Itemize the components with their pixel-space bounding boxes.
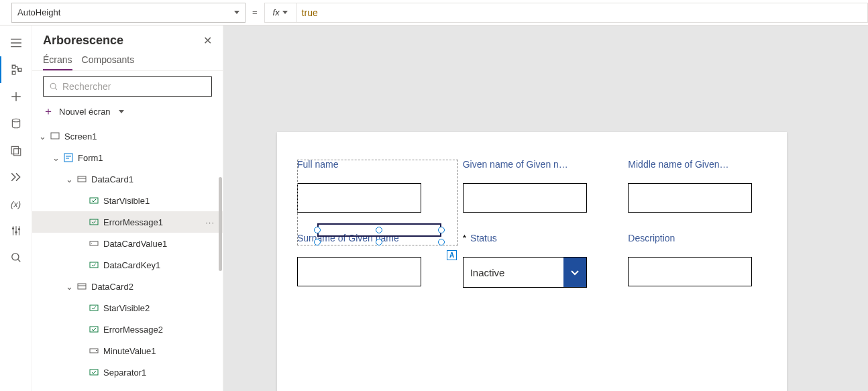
tree-node-control[interactable]: MinuteValue1 (32, 340, 223, 361)
close-icon[interactable]: ✕ (203, 34, 212, 47)
label-icon (89, 367, 99, 378)
tree-node-datacard[interactable]: ⌄ DataCard2 (32, 276, 223, 297)
status-label-text: Status (470, 233, 497, 243)
media-icon[interactable] (0, 137, 32, 164)
tree-label: DataCard1 (91, 174, 133, 184)
accessibility-badge[interactable]: A (447, 250, 457, 260)
svg-point-7 (50, 83, 56, 89)
tree-label: MinuteValue1 (103, 346, 156, 356)
tab-components[interactable]: Composants (82, 54, 135, 70)
data-icon[interactable] (0, 110, 32, 137)
fx-button[interactable]: fx (264, 3, 296, 23)
svg-rect-15 (78, 284, 86, 289)
resize-handle[interactable] (376, 239, 382, 245)
select-status[interactable]: Inactive (463, 257, 587, 288)
svg-rect-16 (90, 305, 98, 311)
new-screen-label: Nouvel écran (59, 107, 111, 117)
panel-title: Arborescence (43, 34, 123, 48)
chevron-down-icon: ⌄ (66, 282, 72, 292)
tree-node-form[interactable]: ⌄ Form1 (32, 147, 223, 168)
card-status[interactable]: *Status Inactive (463, 233, 602, 288)
new-screen-button[interactable]: ＋ Nouvel écran (32, 102, 223, 125)
canvas-area[interactable]: Carte : FullName Full name Given name of… (223, 25, 868, 391)
hamburger-icon[interactable] (0, 30, 32, 56)
textinput-icon (89, 238, 99, 249)
formula-value: true (302, 7, 318, 18)
label-givenname: Given name of Given n… (463, 159, 602, 170)
resize-handle[interactable] (438, 239, 445, 245)
input-givenname[interactable] (463, 183, 587, 213)
tab-screens[interactable]: Écrans (43, 54, 72, 70)
tree-node-control[interactable]: Separator1 (32, 361, 223, 383)
insert-icon[interactable] (0, 83, 32, 110)
input-surname[interactable] (297, 257, 421, 286)
tree-label: DataCardValue1 (103, 239, 167, 249)
chevron-down-icon (234, 11, 239, 14)
resize-handle[interactable] (314, 239, 321, 245)
formula-input[interactable]: true (296, 3, 868, 23)
more-icon[interactable]: ··· (205, 217, 215, 227)
tree-label: DataCardKey1 (103, 260, 160, 270)
tree-label: ErrorMessage2 (103, 325, 163, 335)
tree-label: Form1 (78, 153, 103, 163)
svg-rect-13 (90, 241, 98, 245)
tree-node-control[interactable]: StarVisible2 (32, 297, 223, 319)
search-icon[interactable] (0, 244, 32, 271)
label-icon (89, 302, 99, 313)
variables-icon[interactable]: (x) (0, 190, 32, 217)
search-placeholder: Rechercher (62, 81, 111, 92)
tree-node-control[interactable]: DataCardValue1 (32, 233, 223, 254)
search-input[interactable]: Rechercher (43, 76, 212, 97)
svg-point-4 (15, 231, 17, 233)
label-middlename: Middle name of Given… (628, 159, 767, 170)
card-description[interactable]: Description (628, 233, 767, 288)
property-selector[interactable]: AutoHeight (11, 3, 246, 23)
svg-point-0 (12, 119, 19, 122)
property-selector-value: AutoHeight (17, 7, 60, 17)
card-givenname[interactable]: Given name of Given n… (463, 159, 602, 213)
chevron-down-icon (119, 110, 124, 113)
resize-handle[interactable] (438, 227, 445, 233)
tree-node-errormessage1[interactable]: ErrorMessage1 ··· (32, 211, 223, 233)
label-icon (89, 217, 99, 227)
chevron-down-icon: ⌄ (66, 174, 72, 184)
tree-node-screen[interactable]: ⌄ Screen1 (32, 125, 223, 147)
status-value: Inactive (464, 258, 563, 287)
input-middlename[interactable] (628, 183, 752, 213)
tree-node-control[interactable]: StarVisible1 (32, 190, 223, 211)
left-rail: (x) (0, 25, 32, 391)
tree-node-control[interactable]: ErrorMessage2 (32, 319, 223, 340)
search-icon (49, 82, 58, 91)
tree-view-icon[interactable] (0, 56, 32, 83)
tree-label: Screen1 (64, 131, 97, 142)
resize-handle[interactable] (376, 227, 382, 233)
input-description[interactable] (628, 257, 752, 286)
scrollbar[interactable] (219, 177, 222, 271)
tree-node-datacard[interactable]: ⌄ DataCard1 (32, 168, 223, 190)
required-star: * (463, 233, 466, 243)
svg-point-6 (11, 254, 18, 260)
chevron-down-icon: ⌄ (52, 153, 59, 163)
svg-rect-12 (90, 219, 98, 225)
tree-label: DataCard2 (91, 282, 133, 292)
card-middlename[interactable]: Middle name of Given… (628, 159, 767, 213)
label-icon (89, 195, 99, 206)
svg-rect-9 (64, 154, 72, 162)
svg-rect-19 (90, 370, 98, 375)
power-automate-icon[interactable] (0, 164, 32, 190)
tree-label: StarVisible1 (103, 196, 150, 206)
advanced-tools-icon[interactable] (0, 217, 32, 244)
label-icon (89, 260, 99, 270)
card-icon (76, 174, 87, 184)
tree-view-panel: Arborescence ✕ Écrans Composants Recherc… (32, 25, 223, 391)
label-description: Description (628, 233, 767, 243)
tree-node-control[interactable]: DataCardKey1 (32, 254, 223, 276)
svg-rect-10 (78, 176, 86, 182)
resize-handle[interactable] (314, 227, 321, 233)
tree-label: StarVisible2 (103, 303, 150, 313)
tree-label: ErrorMessage1 (103, 217, 163, 227)
chevron-down-icon (563, 258, 586, 287)
svg-rect-14 (90, 262, 98, 268)
svg-rect-11 (90, 198, 98, 203)
label-status: *Status (463, 233, 602, 243)
